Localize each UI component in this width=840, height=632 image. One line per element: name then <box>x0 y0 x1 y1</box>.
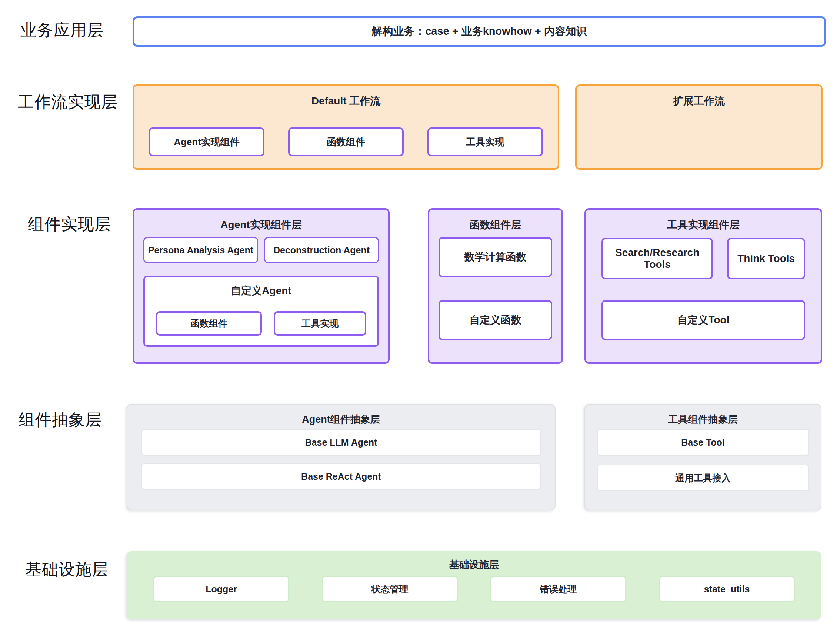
layer-label-component-impl: 组件实现层 <box>28 213 111 235</box>
custom-function-box: 自定义函数 <box>439 300 552 340</box>
business-capability-text: 解构业务：case + 业务knowhow + 内容知识 <box>371 24 587 39</box>
workflow-item-function: 函数组件 <box>288 128 404 156</box>
agent-impl-agents-row: Persona Analysis Agent Deconstruction Ag… <box>143 237 379 263</box>
custom-agent-function-box: 函数组件 <box>156 311 262 336</box>
infrastructure-box: 基础设施层 Logger 状态管理 错误处理 state_utils <box>127 551 821 619</box>
tool-impl-layer-title: 工具实现组件层 <box>586 218 821 232</box>
base-tool-box: Base Tool <box>597 429 809 456</box>
tool-impl-layer-box: 工具实现组件层 Search/Research Tools Think Tool… <box>584 208 822 364</box>
function-layer-title: 函数组件层 <box>429 218 562 232</box>
tool-impl-row: Search/Research Tools Think Tools <box>602 238 805 279</box>
agent-impl-layer-box: Agent实现组件层 Persona Analysis Agent Decons… <box>133 208 390 364</box>
business-capability-box: 解构业务：case + 业务knowhow + 内容知识 <box>133 16 826 47</box>
architecture-diagram: 业务应用层 解构业务：case + 业务knowhow + 内容知识 工作流实现… <box>0 0 840 632</box>
infrastructure-items: Logger 状态管理 错误处理 state_utils <box>153 576 795 602</box>
base-react-agent-box: Base ReAct Agent <box>142 463 541 490</box>
infrastructure-title: 基础设施层 <box>127 558 821 571</box>
search-research-tools-box: Search/Research Tools <box>602 238 713 279</box>
deconstruction-agent-box: Deconstruction Agent <box>264 237 379 263</box>
layer-label-abstraction: 组件抽象层 <box>19 409 102 431</box>
infra-item-error-handling: 错误处理 <box>490 576 626 602</box>
default-workflow-title: Default 工作流 <box>134 94 558 108</box>
extended-workflow-title: 扩展工作流 <box>577 94 821 108</box>
custom-agent-title: 自定义Agent <box>145 284 377 298</box>
think-tools-box: Think Tools <box>727 238 805 279</box>
workflow-item-tool: 工具实现 <box>428 128 543 156</box>
custom-agent-box: 自定义Agent 函数组件 工具实现 <box>143 276 379 347</box>
layer-label-business: 业务应用层 <box>21 19 104 41</box>
custom-agent-items: 函数组件 工具实现 <box>156 311 366 336</box>
math-function-box: 数学计算函数 <box>439 237 552 277</box>
custom-tool-box: 自定义Tool <box>602 300 805 340</box>
custom-agent-tool-box: 工具实现 <box>274 311 366 336</box>
agent-impl-layer-title: Agent实现组件层 <box>134 218 388 232</box>
layer-label-infrastructure: 基础设施层 <box>25 559 109 580</box>
layer-label-workflow: 工作流实现层 <box>18 91 118 113</box>
infra-item-state-management: 状态管理 <box>322 576 458 602</box>
function-layer-box: 函数组件层 数学计算函数 自定义函数 <box>428 208 563 364</box>
tool-abstraction-box: 工具组件抽象层 Base Tool 通用工具接入 <box>584 404 821 510</box>
generic-tool-access-box: 通用工具接入 <box>597 465 809 491</box>
extended-workflow-box: 扩展工作流 <box>575 84 823 170</box>
default-workflow-box: Default 工作流 Agent实现组件 函数组件 工具实现 <box>133 84 559 170</box>
infra-item-state-utils: state_utils <box>659 576 795 602</box>
infra-item-logger: Logger <box>153 576 289 602</box>
default-workflow-items: Agent实现组件 函数组件 工具实现 <box>149 128 543 156</box>
tool-abstraction-title: 工具组件抽象层 <box>585 413 821 426</box>
workflow-item-agent: Agent实现组件 <box>149 128 264 156</box>
persona-analysis-agent-box: Persona Analysis Agent <box>143 237 258 263</box>
base-llm-agent-box: Base LLM Agent <box>142 429 541 456</box>
agent-abstraction-title: Agent组件抽象层 <box>128 413 555 426</box>
agent-abstraction-box: Agent组件抽象层 Base LLM Agent Base ReAct Age… <box>127 404 556 510</box>
